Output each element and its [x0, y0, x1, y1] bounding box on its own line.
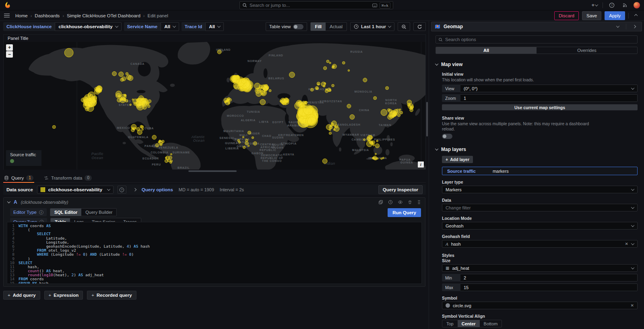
- layer-type-label: Layer type: [442, 180, 638, 184]
- svg-text:CANADA: CANADA: [130, 62, 144, 65]
- options-tab-overrides[interactable]: Overrides: [537, 47, 637, 54]
- options-search-input[interactable]: [445, 37, 635, 42]
- menu-toggle-icon[interactable]: [4, 14, 10, 18]
- history-icon[interactable]: [388, 200, 393, 205]
- add-menu-button[interactable]: +: [591, 2, 598, 8]
- toggle-off-icon: [293, 24, 303, 29]
- datasource-picker[interactable]: clickhouse-observability: [37, 186, 114, 194]
- size-mode-actual[interactable]: Actual: [326, 23, 347, 31]
- add-query-button[interactable]: +Add query: [3, 291, 40, 300]
- breadcrumb-dashboards[interactable]: Dashboards: [35, 13, 60, 18]
- drag-handle-icon[interactable]: [417, 200, 421, 205]
- use-current-map-settings-button[interactable]: Use current map settings: [442, 104, 638, 110]
- svg-text:BELARUS: BELARUS: [268, 77, 284, 80]
- options-tab-all[interactable]: All: [436, 47, 537, 54]
- visualization-picker[interactable]: Geomap: [431, 22, 642, 31]
- grafana-logo[interactable]: [4, 2, 11, 8]
- search-input[interactable]: [250, 3, 370, 8]
- section-map-layers[interactable]: Map layers: [436, 147, 638, 152]
- apply-button[interactable]: Apply: [605, 11, 625, 20]
- zoom-out-time-button[interactable]: [398, 22, 410, 31]
- svg-text:LIBYA: LIBYA: [259, 120, 268, 123]
- max-input[interactable]: 15: [460, 283, 638, 291]
- variable-value-dropdown[interactable]: clickhouse-observability: [55, 22, 121, 31]
- query-inspector-button[interactable]: Query Inspector: [378, 185, 423, 194]
- breadcrumb-separator: ›: [143, 13, 145, 18]
- collapse-query-icon[interactable]: [7, 200, 10, 203]
- panel-resize-handle[interactable]: [188, 170, 237, 172]
- global-search[interactable]: ⌘+k: [239, 1, 393, 9]
- help-icon[interactable]: ?: [608, 1, 616, 9]
- symbol-vertical-align-label: Symbol Vertical Align: [442, 314, 638, 319]
- clock-icon: [354, 24, 359, 29]
- min-input[interactable]: 2: [460, 274, 638, 281]
- map-canvas[interactable]: CANADAUNITEDSTATESMEXICOCUBAGUATEMALAPAN…: [4, 42, 425, 170]
- symbol-valign-top[interactable]: Top: [442, 320, 458, 327]
- datasource-row: Data source clickhouse-observability ? Q…: [3, 184, 426, 195]
- variable-value-dropdown[interactable]: All: [205, 22, 224, 31]
- layer-type-select[interactable]: Markers: [442, 186, 638, 193]
- svg-text:GHANA: GHANA: [237, 145, 249, 148]
- svg-text:ARABIA: ARABIA: [287, 124, 300, 127]
- clear-icon[interactable]: ✕: [631, 303, 634, 308]
- sql-editor[interactable]: 1WITH coords AS2 (3 SELECT4 Latitude,5 L…: [7, 222, 422, 284]
- query-count-badge: 1: [26, 175, 33, 181]
- map-attribution-button[interactable]: i: [418, 161, 424, 168]
- user-avatar[interactable]: [634, 2, 640, 8]
- layer-item-source-traffic[interactable]: Source traffic markers: [442, 167, 638, 175]
- expression-button[interactable]: +Expression: [44, 291, 83, 300]
- nav-bar: Home › Dashboards › Simple ClickHouse OT…: [0, 10, 644, 21]
- options-search[interactable]: [436, 35, 638, 43]
- eye-icon[interactable]: [398, 200, 403, 205]
- add-layer-button[interactable]: +Add layer: [442, 156, 473, 163]
- view-select[interactable]: (0°, 0°): [460, 85, 638, 92]
- collapse-options-icon[interactable]: [632, 12, 640, 20]
- data-filter-select[interactable]: Change filter: [442, 204, 638, 211]
- time-range-picker[interactable]: Last 1 hour: [350, 22, 394, 31]
- breadcrumb-dashboard-name[interactable]: Simple ClickHouse OTel Dashboard: [67, 13, 140, 18]
- symbol-select[interactable]: circle.svg✕: [442, 302, 638, 309]
- geomap-panel: Panel Title CANADAUNITEDSTATESMEXICOCUBA…: [3, 34, 426, 170]
- size-field-select[interactable]: ▦adj_heat: [442, 264, 638, 272]
- breadcrumb-home[interactable]: Home: [15, 13, 28, 18]
- location-mode-select[interactable]: Geohash: [442, 222, 638, 230]
- save-button[interactable]: Save: [582, 11, 601, 20]
- zoom-input[interactable]: 1: [460, 94, 638, 102]
- editor-type-sql-editor[interactable]: SQL Editor: [50, 209, 81, 216]
- query-row-header[interactable]: A (clickhouse-observability): [4, 198, 425, 207]
- collapse-sidebar-icon[interactable]: [630, 23, 638, 31]
- editor-type-query-builder[interactable]: Query Builder: [81, 209, 116, 216]
- viz-picker-chevron-icon[interactable]: [614, 23, 622, 31]
- symbol-valign-center[interactable]: Center: [458, 320, 480, 327]
- variable-value-dropdown[interactable]: All: [161, 22, 179, 31]
- discard-button[interactable]: Discard: [554, 11, 579, 20]
- query-ref-id: A: [14, 199, 17, 205]
- svg-text:REPUBLIC: REPUBLIC: [260, 149, 277, 151]
- world-map[interactable]: CANADAUNITEDSTATESMEXICOCUBAGUATEMALAPAN…: [4, 42, 425, 170]
- chevron-down-icon: [631, 242, 634, 245]
- query-options-toggle[interactable]: Query options: [142, 187, 173, 192]
- geohash-field-select[interactable]: Ahash✕: [442, 240, 638, 248]
- recorded-query-button[interactable]: +Recorded query: [87, 291, 136, 300]
- panel-title[interactable]: Panel Title: [4, 35, 425, 42]
- duplicate-icon[interactable]: [378, 200, 383, 205]
- run-query-button[interactable]: Run Query: [388, 208, 421, 217]
- tab-query[interactable]: Query 1: [3, 173, 34, 182]
- left-pane-scrollbar[interactable]: [426, 102, 428, 137]
- svg-text:Ocean: Ocean: [91, 156, 103, 160]
- size-mode-fill[interactable]: Fill: [311, 23, 326, 31]
- chevron-right-icon[interactable]: [133, 188, 136, 191]
- news-rss-icon[interactable]: [621, 1, 629, 9]
- table-view-toggle[interactable]: Table view: [266, 22, 308, 31]
- clear-icon[interactable]: ✕: [625, 242, 628, 246]
- datasource-help-button[interactable]: ?: [118, 186, 126, 194]
- trash-icon[interactable]: [408, 200, 412, 205]
- tab-transform-data[interactable]: Transform data 0: [43, 173, 93, 182]
- map-zoom-out-button[interactable]: −: [6, 51, 13, 58]
- share-view-toggle[interactable]: [442, 134, 452, 139]
- refresh-button[interactable]: [413, 22, 426, 31]
- chevron-down-icon: [435, 62, 438, 65]
- map-zoom-in-button[interactable]: +: [6, 44, 13, 51]
- section-map-view[interactable]: Map view: [436, 62, 638, 67]
- symbol-valign-bottom[interactable]: Bottom: [480, 320, 502, 327]
